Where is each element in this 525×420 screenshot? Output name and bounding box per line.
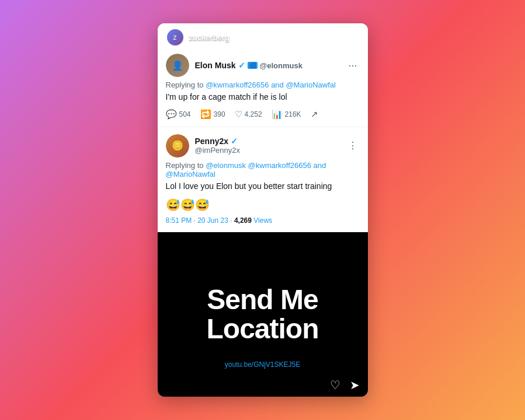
tweet-2-header: 🪙 Penny2x ✓ @imPenny2x ⋮	[166, 134, 360, 158]
send-location-line1: Send Me	[207, 284, 318, 315]
elon-blue-badge: 🟦	[248, 62, 258, 69]
like-icon: ♡	[235, 109, 242, 120]
heart-button[interactable]: ♡	[330, 378, 340, 392]
retweet-count-value: 390	[214, 110, 225, 118]
tweet-1-header: 👤 Elon Musk ✓ 🟦 @elonmusk ···	[166, 54, 360, 77]
progress-fill	[158, 23, 305, 25]
tweet2-reply-to: Replying to @elonmusk @kwmarkoff26656 an…	[166, 161, 360, 178]
view-count-value: 216K	[285, 110, 301, 118]
tweet-2: 🪙 Penny2x ✓ @imPenny2x ⋮ Replying to @el…	[158, 127, 368, 233]
penny-name-row: Penny2x ✓	[195, 136, 346, 146]
like-count-value: 4,252	[245, 110, 262, 118]
tweet2-emojis: 😅😅😅	[166, 198, 360, 212]
tweet1-more-button[interactable]: ···	[346, 60, 359, 72]
reply-count-value: 504	[179, 110, 191, 118]
tweet1-text: I'm up for a cage match if he is lol	[166, 92, 360, 103]
elon-name: Elon Musk	[195, 61, 236, 70]
tweet1-retweet-count[interactable]: 🔁 390	[200, 109, 225, 120]
send-location-line2: Location	[207, 313, 319, 344]
story-avatar: z	[166, 28, 185, 47]
penny-user-info: Penny2x ✓ @imPenny2x	[195, 136, 346, 155]
tweet1-reply-mentions[interactable]: @kwmarkoff26656 and @MarioNawfal	[206, 80, 336, 89]
elon-name-row: Elon Musk ✓ 🟦 @elonmusk	[195, 61, 346, 70]
story-username: zuckerberg	[189, 33, 230, 42]
bottom-icons: ♡ ➤	[330, 378, 360, 392]
tweet1-share[interactable]: ↗	[311, 109, 318, 120]
penny-avatar-img: 🪙	[166, 134, 189, 158]
retweet-icon: 🔁	[200, 109, 211, 120]
views-icon: 📊	[272, 109, 283, 120]
youtube-link[interactable]: youtu.be/GNjV1SKEJ5E	[158, 358, 368, 371]
elon-user-info: Elon Musk ✓ 🟦 @elonmusk	[195, 61, 346, 70]
tweet1-actions: 💬 504 🔁 390 ♡ 4,252 📊 216K ↗	[166, 109, 360, 120]
elon-verified: ✓	[238, 61, 245, 70]
send-location-text: Send Me Location	[195, 274, 331, 356]
elon-avatar-img: 👤	[166, 54, 189, 77]
send-location-section: Send Me Location youtu.be/GNjV1SKEJ5E ♡ …	[158, 232, 368, 397]
penny-handle: @imPenny2x	[195, 146, 346, 155]
penny-name: Penny2x	[195, 136, 229, 146]
story-header: z zuckerberg	[166, 28, 360, 47]
story-progress-bar	[158, 23, 368, 25]
tweet2-more-button[interactable]: ⋮	[346, 140, 360, 151]
share-icon: ↗	[311, 109, 318, 120]
phone-frame: z zuckerberg 👤 Elon Musk ✓ 🟦 @elonmusk ·…	[158, 23, 368, 397]
reply-icon: 💬	[166, 109, 177, 120]
bottom-bar: ♡ ➤	[158, 373, 368, 397]
tweet1-mentions-text: @kwmarkoff26656 and @MarioNawfal	[206, 80, 336, 89]
penny-verified: ✓	[231, 136, 238, 146]
content-area: 👤 Elon Musk ✓ 🟦 @elonmusk ··· Replying t…	[158, 23, 368, 397]
tweet1-reply-count[interactable]: 💬 504	[166, 109, 191, 120]
tweet1-view-count: 📊 216K	[272, 109, 301, 120]
tweet2-text: Lol I love you Elon but you better start…	[166, 181, 360, 192]
tweet2-timestamp: 8:51 PM · 20 Jun 23 · 4,269 Views	[166, 216, 360, 225]
tweet1-reply-to: Replying to @kwmarkoff26656 and @MarioNa…	[166, 80, 360, 89]
elon-avatar: 👤	[166, 54, 189, 77]
penny-avatar: 🪙	[166, 134, 189, 158]
elon-handle: @elonmusk	[260, 61, 303, 70]
tweet2-views-count: 4,269	[234, 216, 252, 225]
send-button[interactable]: ➤	[350, 378, 360, 392]
tweet1-like-count[interactable]: ♡ 4,252	[235, 109, 262, 120]
